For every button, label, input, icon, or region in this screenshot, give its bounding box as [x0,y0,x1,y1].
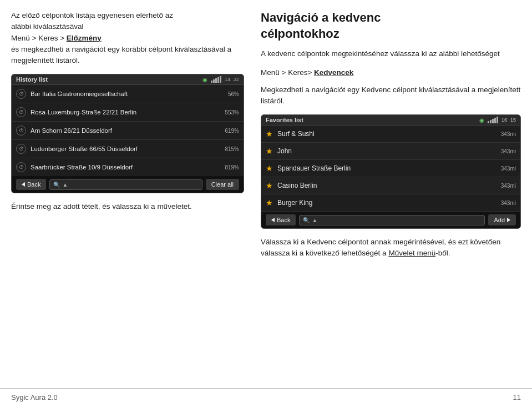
fav-item-dist-3: 343mi [501,183,516,189]
művelet-menü-link: Művelet menü [388,249,435,257]
fav-item-1[interactable]: ★ John 343mi [261,143,520,160]
fav-signal-bars [488,117,498,123]
fav-signal-bar-5 [496,117,498,123]
history-item-3[interactable]: ⏱ Ludenberger Straße 66/55 Düsseldorf 81… [12,140,244,158]
star-icon-1: ★ [266,147,273,156]
history-clear-button[interactable]: Clear all [206,179,239,190]
signal-bar-1 [211,81,212,83]
signal-bar-2 [213,79,215,83]
signal-bar-3 [215,78,217,83]
fav-item-dist-2: 343mi [501,166,516,172]
history-item-name-2: Am Schorn 26/21 Düsseldorf [31,127,220,134]
fav-back-arrow-icon [271,218,275,222]
fav-screen-header: Favorites list ◉ 16 15 [261,115,520,126]
fav-item-4[interactable]: ★ Burger King 343mi [261,194,520,212]
history-item-dist-4: 819% [225,164,239,171]
fav-signal-num-2: 15 [510,117,516,123]
fav-signal-bar-2 [490,120,492,123]
fav-item-dist-0: 343mi [501,131,516,137]
fav-item-0[interactable]: ★ Surf & Sushi 343mi [261,126,520,143]
star-icon-4: ★ [266,198,273,207]
gps-icon: ◉ [202,77,207,83]
right-sub-text: Megkezdheti a navigációt egy Kedvenc cél… [261,84,521,107]
fav-search-bar[interactable]: 🔍 ▲ [299,215,485,225]
history-search-bar[interactable]: 🔍 ▲ [49,179,202,190]
fav-item-name-2: Spandauer Straße Berlin [277,164,496,172]
left-menu-path: Menü > Keres > Előzmény [11,34,102,42]
clock-icon-1: ⏱ [16,107,26,117]
main-content: Az előző célpontok listája egyenesen elé… [0,0,532,388]
history-screen: History list ◉ 14 32 [11,74,244,193]
fav-item-2[interactable]: ★ Spandauer Straße Berlin 343mi [261,160,520,177]
right-column: Navigáció a kedvenc célpontokhoz A kedve… [261,10,521,383]
history-item-dist-2: 619% [225,128,239,134]
history-item-0[interactable]: ⏱ Bar Italia Gastronomiegesellschaft 56% [12,85,244,103]
fav-item-dist-4: 343mi [501,200,516,206]
history-item-1[interactable]: ⏱ Rosa-Luxemburg-Straße 22/21 Berlin 553… [12,103,244,122]
fav-back-button[interactable]: Back [266,214,296,225]
star-icon-0: ★ [266,129,273,138]
right-menu-path: Menü > Keres> Kedvencek [261,67,521,78]
app-name: Sygic Aura 2.0 [11,393,58,402]
signal-bar-4 [217,77,219,83]
fav-signal-bar-3 [492,119,494,123]
add-arrow-icon [507,218,510,222]
fav-item-name-3: Casino Berlin [277,182,496,189]
history-title: History list [16,76,48,83]
fav-item-name-4: Burger King [277,199,496,207]
fav-add-button[interactable]: Add [488,214,516,225]
left-column: Az előző célpontok listája egyenesen elé… [11,10,244,383]
left-below-text: Érintse meg az adott tételt, és válassza… [11,201,244,212]
fav-signal-bar-4 [494,118,496,123]
favorites-title: Favorites list [266,117,303,123]
history-item-name-0: Bar Italia Gastronomiegesellschaft [31,91,224,97]
left-intro-text: Az előző célpontok listája egyenesen elé… [11,10,244,66]
search-chevron: ▲ [62,182,68,188]
signal-num-1: 14 [225,77,230,82]
history-item-name-4: Saarbrücker Straße 10/9 Düsseldorf [31,164,220,171]
right-intro-text: A kedvenc célpontok megtekintéséhez vála… [261,48,521,59]
signal-bar-5 [220,76,221,83]
clock-icon-2: ⏱ [16,126,26,136]
history-item-4[interactable]: ⏱ Saarbrücker Straße 10/9 Düsseldorf 819… [12,158,244,176]
page-footer: Sygic Aura 2.0 11 [0,388,532,406]
fav-signal-bar-1 [488,121,489,123]
fav-item-3[interactable]: ★ Casino Berlin 343mi [261,177,520,194]
fav-gps-icon: ◉ [479,117,484,123]
page-number: 11 [513,393,521,402]
page-container: Az előző célpontok listája egyenesen elé… [0,0,532,406]
favorites-screen-footer: Back 🔍 ▲ Add [261,212,520,228]
fav-search-chevron: ▲ [312,217,317,223]
clock-icon-0: ⏱ [16,89,26,99]
fav-item-name-0: Surf & Sushi [277,130,496,138]
history-screen-footer: Back 🔍 ▲ Clear all [12,176,244,193]
star-icon-3: ★ [266,181,273,190]
fav-item-dist-1: 343mi [501,148,516,154]
history-item-name-3: Ludenberger Straße 66/55 Düsseldorf [31,146,220,152]
history-item-dist-1: 553% [225,109,239,116]
history-back-button[interactable]: Back [16,179,46,190]
clock-icon-3: ⏱ [16,144,26,154]
favorites-screen: Favorites list ◉ 16 15 [261,114,521,229]
fav-search-icon: 🔍 [303,217,310,223]
history-item-2[interactable]: ⏱ Am Schorn 26/21 Düsseldorf 619% [12,122,244,140]
clock-icon-4: ⏱ [16,162,26,172]
history-item-dist-3: 815% [225,146,239,152]
back-arrow-icon [22,182,25,187]
star-icon-2: ★ [266,164,273,173]
screen-status-icons: ◉ 14 32 [202,76,239,83]
fav-signal-num-1: 16 [501,117,507,123]
search-icon: 🔍 [53,182,60,188]
right-heading: Navigáció a kedvenc célpontokhoz [261,10,521,42]
fav-item-name-1: John [277,147,496,155]
history-list: ⏱ Bar Italia Gastronomiegesellschaft 56%… [12,85,244,176]
screen-header: History list ◉ 14 32 [12,74,244,85]
history-item-name-1: Rosa-Luxemburg-Straße 22/21 Berlin [31,109,220,116]
signal-bars [211,76,221,83]
signal-num-2: 32 [234,77,239,82]
right-below-text: Válassza ki a Kedvenc célpontot annak me… [261,237,521,259]
history-item-dist-0: 56% [228,91,239,97]
fav-status-icons: ◉ 16 15 [479,117,516,123]
